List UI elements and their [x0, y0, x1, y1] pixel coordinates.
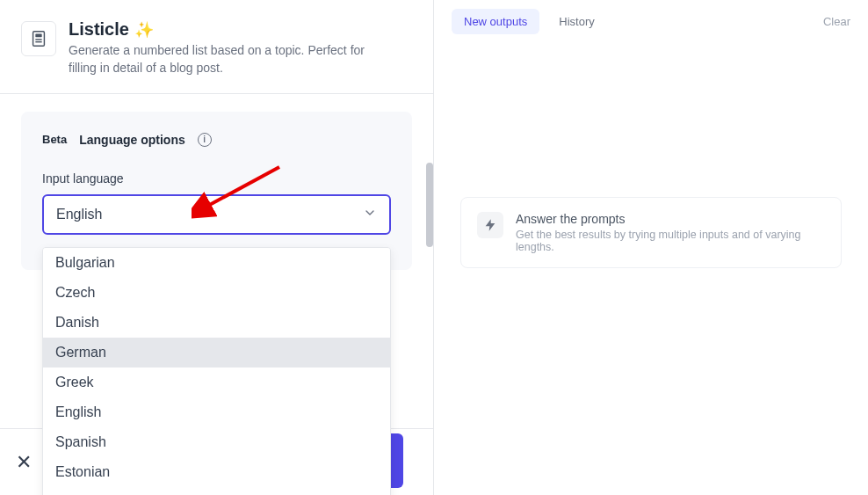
listicle-doc-icon	[29, 29, 48, 48]
empty-state-subtitle: Get the best results by trying multiple …	[516, 229, 825, 253]
close-button[interactable]: ✕	[16, 451, 32, 474]
right-panel: New outputs History Clear Answer the pro…	[434, 0, 868, 495]
template-header: Listicle ✨ Generate a numbered list base…	[0, 0, 433, 94]
empty-state-title: Answer the prompts	[516, 212, 825, 226]
tab-history[interactable]: History	[546, 9, 606, 34]
form-card: Beta Language options i Input language E…	[21, 112, 412, 270]
language-option[interactable]: Estonian	[43, 457, 390, 487]
language-option[interactable]: Greek	[43, 368, 390, 397]
language-option[interactable]: German	[43, 338, 390, 368]
info-icon[interactable]: i	[198, 133, 212, 147]
left-panel: Listicle ✨ Generate a numbered list base…	[0, 0, 434, 495]
beta-badge: Beta	[42, 133, 67, 146]
language-option[interactable]: English	[43, 397, 390, 427]
svg-rect-0	[33, 32, 45, 47]
output-tabs: New outputs History Clear	[434, 0, 868, 43]
language-option[interactable]: Bulgarian	[43, 248, 390, 278]
template-description: Generate a numbered list based on a topi…	[69, 41, 394, 77]
sparkle-icon: ✨	[134, 20, 154, 40]
language-option[interactable]: Spanish	[43, 427, 390, 457]
language-option[interactable]: Danish	[43, 308, 390, 338]
language-options-label: Language options	[79, 133, 185, 147]
bolt-icon	[477, 212, 503, 238]
template-icon	[21, 21, 56, 56]
input-language-selected-value: English	[56, 207, 102, 222]
clear-button[interactable]: Clear	[823, 15, 850, 28]
left-scrollbar-thumb[interactable]	[426, 163, 433, 247]
input-language-label: Input language	[42, 171, 391, 186]
template-title: Listicle	[69, 19, 129, 40]
input-language-select[interactable]: English	[42, 194, 391, 235]
input-language-dropdown[interactable]: BulgarianCzechDanishGermanGreekEnglishSp…	[42, 247, 391, 495]
svg-rect-1	[35, 34, 41, 38]
tab-new-outputs[interactable]: New outputs	[452, 9, 539, 34]
chevron-down-icon	[363, 206, 377, 223]
empty-state-card: Answer the prompts Get the best results …	[460, 197, 842, 268]
language-option[interactable]: Czech	[43, 278, 390, 308]
language-option[interactable]: Finnish	[43, 487, 390, 495]
